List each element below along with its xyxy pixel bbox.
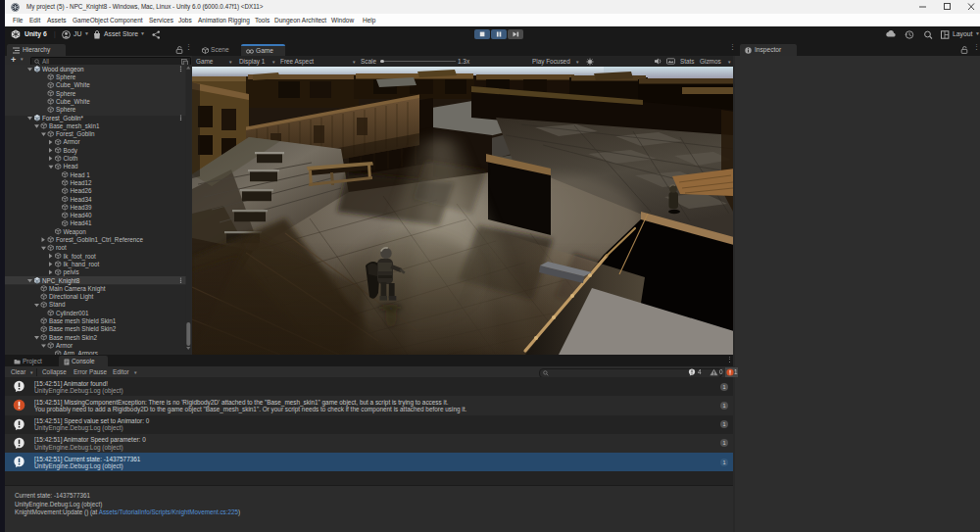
svg-text:Head40: Head40 [71,212,93,218]
svg-text:Head34: Head34 [71,195,93,202]
svg-text:Ik_foot_root: Ik_foot_root [64,252,97,260]
svg-text:Base mesh Shield Skin1: Base mesh Shield Skin1 [49,317,117,324]
svg-text:Sphere: Sphere [56,106,76,114]
svg-text:Cylinder001: Cylinder001 [56,310,89,317]
svg-text:Ik_hand_root: Ik_hand_root [64,261,100,268]
svg-text:Sphere: Sphere [56,73,76,81]
svg-text:NPC_Knight8: NPC_Knight8 [42,276,80,284]
svg-text:Forest_Goblin1_Ctrl_Reference: Forest_Goblin1_Ctrl_Reference [56,236,143,244]
svg-text:Base mesh Skin2: Base mesh Skin2 [49,333,97,340]
svg-text:Cube_White: Cube_White [56,81,90,89]
svg-text:Forest_Goblin*: Forest_Goblin* [42,114,84,121]
svg-text:pelvis: pelvis [64,268,79,276]
svg-text:Sphere: Sphere [56,89,76,97]
svg-text:root: root [56,244,67,251]
svg-text:Head39: Head39 [71,204,93,211]
svg-text:Forest_Goblin: Forest_Goblin [56,130,95,138]
svg-text:Base_mesh_skin1: Base_mesh_skin1 [49,122,100,130]
svg-text:Weapon: Weapon [64,228,87,236]
svg-text:Head41: Head41 [71,219,93,226]
svg-text:Head12: Head12 [71,179,93,186]
svg-text:Base mesh Shield Skin2: Base mesh Shield Skin2 [49,325,117,332]
svg-text:Head 1: Head 1 [71,170,91,177]
svg-text:Cube_White: Cube_White [56,98,90,106]
svg-text:Armor: Armor [56,342,73,349]
svg-text:Wood dungeon: Wood dungeon [42,66,84,73]
svg-text:Head: Head [64,163,79,169]
svg-text:Cloth: Cloth [64,155,78,162]
svg-text:Main Camera Knight: Main Camera Knight [49,285,106,293]
svg-text:Head26: Head26 [71,187,93,194]
svg-text:Directional Light: Directional Light [49,293,93,301]
svg-text:Armor: Armor [64,138,80,145]
svg-text:Body: Body [64,147,78,155]
svg-text:Stand: Stand [49,301,66,308]
